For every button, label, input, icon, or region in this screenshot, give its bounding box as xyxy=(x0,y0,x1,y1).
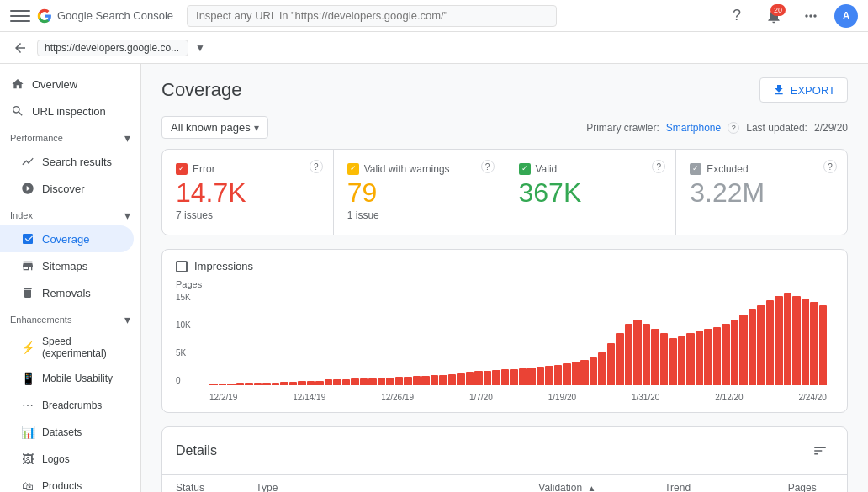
stat-error-value: 14.7K xyxy=(176,178,320,208)
filter-bar: All known pages ▾ Primary crawler: Smart… xyxy=(161,116,848,139)
chart-bar xyxy=(739,315,748,385)
sidebar-item-coverage[interactable]: Coverage xyxy=(0,225,134,252)
sidebar-item-speed[interactable]: ⚡ Speed (experimental) xyxy=(0,330,134,365)
chart-bar xyxy=(563,363,571,385)
help-button[interactable]: ? xyxy=(723,3,750,29)
col-type: Type xyxy=(242,475,525,492)
chart-bar xyxy=(669,338,677,385)
chart-bar xyxy=(492,370,500,385)
chart-bar xyxy=(554,365,563,386)
chart-bar xyxy=(262,383,271,385)
chart-bar xyxy=(272,383,280,385)
page-filter-button[interactable]: All known pages ▾ xyxy=(161,116,268,139)
stat-error-header: Error xyxy=(176,163,320,175)
sidebar-item-breadcrumbs[interactable]: ⋯ Breadcrumbs xyxy=(0,392,134,419)
chart-bar xyxy=(484,371,492,385)
chart-bar xyxy=(368,378,377,385)
stat-error-help[interactable]: ? xyxy=(310,160,323,173)
stat-warning-help[interactable]: ? xyxy=(481,160,495,173)
sidebar-item-products[interactable]: 🛍 Products xyxy=(0,473,134,492)
chart-bar xyxy=(298,381,306,386)
chart-bar xyxy=(245,383,253,385)
search-input[interactable] xyxy=(187,5,557,27)
sidebar-item-overview[interactable]: Overview xyxy=(0,71,134,98)
chart-bar xyxy=(686,333,695,385)
stat-valid-help[interactable]: ? xyxy=(652,160,665,173)
notifications-button[interactable]: 20 xyxy=(760,3,787,29)
chart-y-labels: 15K 10K 5K 0 xyxy=(176,293,206,385)
stat-warning-label: Valid with warnings xyxy=(364,163,450,175)
apps-button[interactable] xyxy=(797,3,824,29)
export-button[interactable]: EXPORT xyxy=(760,77,848,103)
enhancements-chevron-icon: ▾ xyxy=(124,313,130,326)
chart-bar xyxy=(766,300,775,385)
col-pages: Pages xyxy=(775,475,847,492)
chart-bar xyxy=(360,378,368,385)
impressions-checkbox[interactable] xyxy=(176,261,188,272)
chart-bar xyxy=(395,377,404,385)
sidebar-item-removals[interactable]: Removals xyxy=(0,279,134,306)
details-table: Status Type Validation ▲ Trend Pages Err… xyxy=(162,475,847,492)
stat-excluded-help[interactable]: ? xyxy=(823,160,837,173)
chart-bar xyxy=(510,369,518,385)
chart-bar xyxy=(616,333,624,385)
sidebar-section-performance[interactable]: Performance ▾ xyxy=(0,124,140,148)
chart-area: 15K 10K 5K 0 12/2/19 12/14/19 12/26/19 1… xyxy=(176,293,834,402)
content-area: Coverage EXPORT All known pages ▾ Primar… xyxy=(141,64,868,492)
back-button[interactable] xyxy=(10,38,30,58)
home-icon xyxy=(10,77,25,92)
chart-bars xyxy=(209,293,827,385)
stat-excluded-value: 3.22M xyxy=(690,178,834,208)
sidebar-item-sitemaps[interactable]: Sitemaps xyxy=(0,252,134,279)
google-icon xyxy=(37,8,52,24)
chart-bar xyxy=(810,302,818,385)
search-icon xyxy=(10,103,25,119)
chart-bar xyxy=(633,320,642,386)
sidebar: Overview URL inspection Performance ▾ Se… xyxy=(0,64,141,492)
chart-bar xyxy=(749,309,757,385)
sidebar-item-datasets[interactable]: 📊 Datasets xyxy=(0,419,134,446)
crawler-help-icon[interactable]: ? xyxy=(728,122,739,134)
chart-bar xyxy=(439,375,447,385)
user-avatar[interactable]: A xyxy=(834,4,858,28)
sidebar-item-mobile-usability[interactable]: 📱 Mobile Usability xyxy=(0,365,134,392)
chart-pages-label: Pages xyxy=(176,279,834,289)
stat-valid-header: Valid xyxy=(519,163,663,175)
removals-icon xyxy=(20,285,35,300)
sidebar-item-discover[interactable]: Discover xyxy=(0,175,134,202)
sidebar-section-enhancements[interactable]: Enhancements ▾ xyxy=(0,306,140,330)
chart-icon xyxy=(20,154,35,169)
details-title: Details xyxy=(176,443,217,458)
details-filter-button[interactable] xyxy=(807,437,834,464)
valid-checkbox[interactable] xyxy=(519,163,531,175)
chart-bar xyxy=(704,329,712,385)
menu-icon[interactable] xyxy=(10,6,30,26)
col-trend: Trend xyxy=(651,475,774,492)
error-checkbox[interactable] xyxy=(176,163,188,175)
datasets-icon: 📊 xyxy=(20,425,35,440)
speed-icon: ⚡ xyxy=(20,340,35,355)
chart-bar xyxy=(590,357,598,386)
stat-error-label: Error xyxy=(193,163,215,175)
stat-valid: Valid 367K ? xyxy=(505,150,677,235)
chart-bar xyxy=(289,382,298,385)
sidebar-section-index[interactable]: Index ▾ xyxy=(0,202,140,225)
chart-bar xyxy=(580,360,589,385)
chart-bar xyxy=(792,296,801,386)
table-header-row: Status Type Validation ▲ Trend Pages xyxy=(162,475,847,492)
col-validation[interactable]: Validation ▲ xyxy=(525,475,651,492)
stat-valid-value: 367K xyxy=(519,178,663,208)
chart-bar xyxy=(678,336,686,385)
excluded-checkbox[interactable] xyxy=(690,163,701,175)
url-display: https://developers.google.co... xyxy=(37,40,188,56)
chart-bar xyxy=(572,362,580,385)
warning-checkbox[interactable] xyxy=(347,163,359,175)
sidebar-item-logos[interactable]: 🖼 Logos xyxy=(0,446,134,473)
sidebar-item-search-results[interactable]: Search results xyxy=(0,148,134,175)
coverage-icon xyxy=(20,231,35,246)
url-chevron-icon[interactable]: ▼ xyxy=(195,42,205,54)
last-updated-value: 2/29/20 xyxy=(814,122,848,134)
chart-bar xyxy=(236,383,245,385)
sidebar-item-url-inspection[interactable]: URL inspection xyxy=(0,98,134,124)
search-bar[interactable] xyxy=(187,5,710,27)
